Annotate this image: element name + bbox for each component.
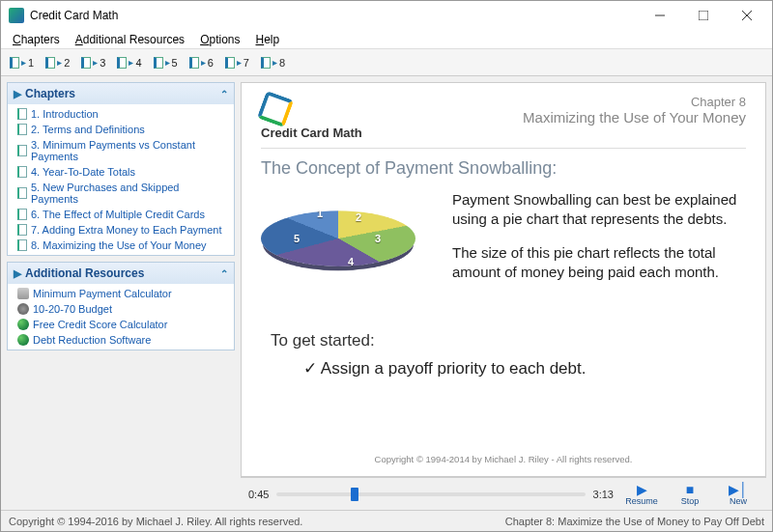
- brand-name: Credit Card Math: [261, 126, 362, 140]
- main: ▶ Chapters ⌃ 1. Introduction 2. Terms an…: [1, 76, 772, 510]
- resources-list: Minimum Payment Calculator 10-20-70 Budg…: [8, 284, 234, 350]
- progress-track[interactable]: [276, 492, 585, 496]
- menu-resources[interactable]: Additional Resources: [68, 31, 192, 48]
- bullet-item: ✓ Assign a payoff priority to each debt.: [303, 358, 746, 378]
- new-button[interactable]: ▶│New: [718, 483, 759, 506]
- chapter-item[interactable]: 1. Introduction: [8, 106, 234, 122]
- chapters-list: 1. Introduction 2. Terms and Definitions…: [8, 104, 234, 255]
- toolbar-ch-8[interactable]: ▸8: [256, 54, 290, 71]
- chapter-number: Chapter 8: [523, 95, 746, 109]
- disk-icon: [17, 303, 29, 315]
- time-total: 3:13: [593, 489, 614, 500]
- panel-title: Additional Resources: [25, 266, 144, 280]
- resource-item[interactable]: Debt Reduction Software: [8, 332, 234, 348]
- page-icon: [225, 57, 235, 69]
- stop-button[interactable]: ■Stop: [670, 483, 710, 506]
- page-icon: [10, 57, 19, 69]
- paragraph-2: The size of this pie chart reflects the …: [452, 243, 746, 283]
- resume-button[interactable]: ▶Resume: [621, 483, 662, 506]
- brand-logo: Credit Card Math: [261, 95, 362, 140]
- chevron-right-icon: ▶: [14, 267, 21, 280]
- chapter-item[interactable]: 7. Adding Extra Money to Each Payment: [8, 222, 234, 238]
- collapse-icon: ⌃: [220, 268, 228, 279]
- menu-chapters[interactable]: Chapters: [5, 31, 68, 48]
- toolbar-ch-1[interactable]: ▸1: [5, 54, 39, 71]
- menubar: Chapters Additional Resources Options He…: [1, 30, 772, 49]
- window-title: Credit Card Math: [30, 9, 638, 22]
- chapter-name: Maximizing the Use of Your Money: [523, 109, 746, 126]
- pie-chart: 1 2 3 4 5: [261, 190, 435, 316]
- skip-icon: ▶│: [729, 483, 748, 496]
- concept-title: The Concept of Payment Snowballing:: [261, 158, 746, 179]
- panel-resources-header[interactable]: ▶ Additional Resources ⌃: [8, 263, 234, 284]
- slide-body: 1 2 3 4 5 Payment Snowballing can best b…: [261, 190, 746, 316]
- maximize-button[interactable]: [681, 2, 725, 29]
- toolbar-ch-4[interactable]: ▸4: [112, 54, 146, 71]
- page-icon: [189, 57, 199, 69]
- toolbar-ch-2[interactable]: ▸2: [41, 54, 74, 71]
- slide-copyright: Copyright © 1994-2014 by Michael J. Rile…: [261, 448, 746, 464]
- page-icon: [17, 224, 27, 236]
- close-button[interactable]: [725, 2, 768, 29]
- minimize-button[interactable]: [638, 2, 681, 29]
- titlebar: Credit Card Math: [1, 1, 772, 30]
- play-icon: ▶: [637, 483, 647, 496]
- toolbar-ch-5[interactable]: ▸5: [149, 54, 183, 71]
- slice-label-5: 5: [294, 233, 300, 244]
- chapter-item[interactable]: 4. Year-To-Date Totals: [8, 164, 234, 180]
- checkmark-icon: ✓: [303, 359, 317, 378]
- paragraph-1: Payment Snowballing can best be explaine…: [452, 190, 746, 230]
- toolbar: ▸1 ▸2 ▸3 ▸4 ▸5 ▸6 ▸7 ▸8: [1, 49, 772, 76]
- panel-chapters: ▶ Chapters ⌃ 1. Introduction 2. Terms an…: [7, 82, 235, 256]
- chapter-item[interactable]: 5. New Purchases and Skipped Payments: [8, 180, 234, 207]
- progress-thumb[interactable]: [351, 488, 358, 501]
- status-chapter: Chapter 8: Maximize the Use of Money to …: [505, 516, 764, 527]
- svg-rect-1: [699, 11, 708, 20]
- calculator-icon: [17, 288, 29, 299]
- slice-label-2: 2: [356, 211, 361, 223]
- menu-help[interactable]: Help: [248, 31, 288, 48]
- page-icon: [17, 145, 27, 156]
- slice-label-4: 4: [348, 256, 354, 267]
- page-icon: [261, 57, 271, 69]
- toolbar-ch-3[interactable]: ▸3: [76, 54, 110, 71]
- sidebar: ▶ Chapters ⌃ 1. Introduction 2. Terms an…: [1, 76, 241, 510]
- page-icon: [81, 57, 91, 69]
- statusbar: Copyright © 1994-2016 by Michael J. Rile…: [1, 510, 772, 531]
- page-icon: [17, 166, 27, 178]
- slide: Credit Card Math Chapter 8 Maximizing th…: [241, 82, 766, 477]
- page-icon: [45, 57, 55, 69]
- resource-item[interactable]: 10-20-70 Budget: [8, 301, 234, 317]
- slice-label-3: 3: [375, 233, 381, 244]
- resource-item[interactable]: Minimum Payment Calculator: [8, 286, 234, 301]
- chapter-item[interactable]: 6. The Effect of Multiple Credit Cards: [8, 207, 234, 222]
- globe-icon: [17, 319, 29, 330]
- chapter-item[interactable]: 8. Maximizing the Use of Your Money: [8, 238, 234, 253]
- menu-options[interactable]: Options: [192, 31, 247, 48]
- toolbar-ch-6[interactable]: ▸6: [185, 54, 218, 71]
- chapter-item[interactable]: 3. Minimum Payments vs Constant Payments: [8, 137, 234, 164]
- globe-icon: [17, 334, 29, 346]
- app-icon: [9, 8, 24, 23]
- media-player: 0:45 3:13 ▶Resume ■Stop ▶│New: [241, 477, 766, 510]
- chapter-info: Chapter 8 Maximizing the Use of Your Mon…: [523, 95, 746, 126]
- content-area: Credit Card Math Chapter 8 Maximizing th…: [241, 76, 772, 510]
- toolbar-ch-7[interactable]: ▸7: [220, 54, 254, 71]
- collapse-icon: ⌃: [220, 89, 228, 99]
- page-icon: [17, 108, 27, 120]
- slice-label-1: 1: [317, 208, 323, 219]
- panel-resources: ▶ Additional Resources ⌃ Minimum Payment…: [7, 262, 235, 350]
- explanation: Payment Snowballing can best be explaine…: [452, 190, 746, 316]
- logo-mark-icon: [261, 95, 290, 124]
- panel-chapters-header[interactable]: ▶ Chapters ⌃: [8, 83, 234, 104]
- page-icon: [117, 57, 127, 69]
- chevron-right-icon: ▶: [14, 88, 21, 100]
- page-icon: [17, 124, 27, 135]
- resource-item[interactable]: Free Credit Score Calculator: [8, 317, 234, 332]
- time-current: 0:45: [248, 489, 269, 500]
- get-started-heading: To get started:: [271, 331, 746, 350]
- page-icon: [17, 209, 27, 220]
- page-icon: [17, 239, 27, 251]
- chapter-item[interactable]: 2. Terms and Definitions: [8, 122, 234, 137]
- page-icon: [154, 57, 163, 69]
